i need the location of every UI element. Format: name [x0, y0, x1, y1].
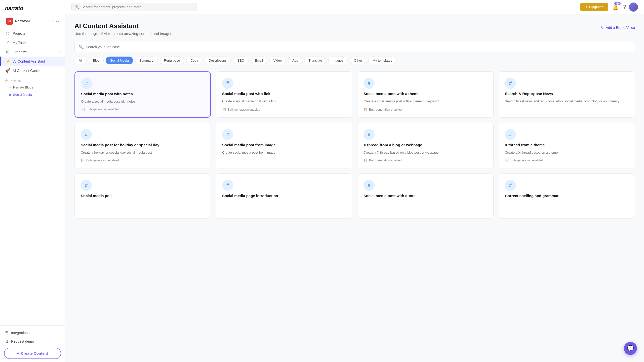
sidebar: narrato N NarratoM... ▾ ⚙ ⬡ Projects ✓ M…: [0, 0, 65, 362]
content-card-x-thread-blog[interactable]: # X thread from a blog or webpage Create…: [357, 123, 494, 168]
card-bulk: 📋 Bulk generation enabled: [81, 158, 205, 162]
chip-all[interactable]: All: [74, 57, 87, 64]
global-search-input[interactable]: [82, 5, 193, 9]
hash-icon: #: [85, 81, 88, 86]
use-case-search-input[interactable]: [86, 45, 631, 49]
brand-voice-link[interactable]: 🎙 Add a Brand Voice: [601, 26, 635, 30]
workspace-name: NarratoM...: [15, 19, 50, 23]
lightning-icon: ⚡: [6, 59, 11, 64]
sidebar-item-projects[interactable]: ⬡ Projects: [0, 29, 65, 38]
chip-my-templates[interactable]: My templates: [368, 57, 396, 64]
card-title: Correct spelling and grammar: [505, 193, 629, 198]
chip-other[interactable]: Other: [350, 57, 367, 64]
sidebar-bottom: ⛓ Integrations 🖥 Request demo + Create C…: [0, 325, 65, 362]
sidebar-item-social-media[interactable]: Social Media: [0, 91, 65, 98]
chip-video[interactable]: Video: [269, 57, 286, 64]
chip-ads[interactable]: Ads: [288, 57, 302, 64]
card-title: Social media poll: [81, 193, 205, 198]
sidebar-item-organize[interactable]: ⊞ Organize ›: [0, 47, 65, 57]
request-demo-link[interactable]: 🖥 Request demo: [4, 337, 61, 346]
page-header: AI Content Assistant Use the magic of AI…: [74, 22, 635, 36]
sidebar-item-label: Organize: [13, 50, 27, 54]
page-title: AI Content Assistant: [74, 22, 635, 30]
card-icon-wrap: #: [364, 180, 375, 191]
chip-images[interactable]: Images: [328, 57, 348, 64]
chip-summary[interactable]: Summary: [135, 57, 158, 64]
copy-icon: 📋: [364, 108, 368, 111]
chat-support-button[interactable]: 💬: [624, 342, 637, 355]
expand-arrow-icon: ›: [59, 51, 60, 54]
upgrade-label: Upgrade: [589, 5, 603, 9]
content-card-social-poll[interactable]: # Social media poll: [74, 173, 211, 219]
dot-icon: [9, 86, 11, 88]
card-title: Search & Repurpose News: [505, 91, 629, 96]
use-case-search-bar[interactable]: 🔍: [74, 42, 635, 52]
bulk-label: Bulk generation enabled: [86, 159, 119, 162]
create-content-button[interactable]: + Create Content: [4, 348, 61, 359]
clock-icon: ⏱: [5, 79, 8, 83]
integrations-link[interactable]: ⛓ Integrations: [4, 329, 61, 337]
upgrade-button[interactable]: ✦ Upgrade: [580, 3, 608, 11]
chip-email[interactable]: Email: [251, 57, 267, 64]
chip-copy[interactable]: Copy: [186, 57, 202, 64]
chip-blog[interactable]: Blog: [89, 57, 104, 64]
notifications-button[interactable]: 🔔 380: [611, 3, 620, 12]
sidebar-item-my-tasks[interactable]: ✓ My Tasks: [0, 38, 65, 47]
integrations-label: Integrations: [11, 331, 29, 335]
chip-repurpose[interactable]: Repurpose: [160, 57, 184, 64]
content-card-social-quote[interactable]: # Social media post with quote: [357, 173, 494, 219]
content-card-social-theme[interactable]: # Social media post with a theme Create …: [357, 71, 494, 118]
card-desc: Create a holiday or special day social m…: [81, 150, 205, 155]
avatar-image: [629, 3, 638, 12]
chip-seo[interactable]: SEO: [233, 57, 248, 64]
chip-translate[interactable]: Translate: [304, 57, 326, 64]
content-card-correct-spelling[interactable]: # Correct spelling and grammar: [499, 173, 635, 219]
content-card-social-notes[interactable]: # Social media post with notes Create a …: [74, 71, 211, 118]
bulk-label: Bulk generation enabled: [369, 108, 401, 111]
card-bulk: 📋 Bulk generation enabled: [81, 107, 204, 111]
bulk-label: Bulk generation enabled: [87, 108, 119, 111]
copy-icon: 📋: [364, 158, 368, 162]
chip-social-media[interactable]: Social Media: [106, 57, 133, 64]
content-card-social-link[interactable]: # Social media post with link Create a s…: [216, 71, 352, 118]
card-icon-wrap: #: [222, 78, 233, 89]
bulk-label: Bulk generation enabled: [369, 159, 401, 162]
monitor-icon: 🖥: [5, 339, 9, 343]
global-search-bar[interactable]: 🔍: [71, 3, 197, 11]
card-title: Social media post with quote: [364, 193, 487, 198]
user-avatar[interactable]: [629, 3, 638, 12]
notification-count: 380: [614, 2, 621, 5]
sidebar-item-ai-content-assistant[interactable]: ⚡ AI Content Assistant: [0, 57, 65, 66]
copy-icon: 📋: [81, 107, 85, 111]
gear-icon[interactable]: ⚙: [56, 19, 59, 23]
sidebar-item-label: Projects: [13, 31, 25, 35]
help-icon[interactable]: ?: [623, 4, 626, 10]
hash-icon: #: [509, 80, 512, 86]
card-desc: Create a social media post with notes: [81, 99, 204, 104]
card-bulk: 📋 Bulk generation enabled: [364, 108, 487, 111]
content-card-social-image[interactable]: # Social media post from image Create so…: [216, 123, 352, 168]
bulk-label: Bulk generation enabled: [510, 159, 543, 162]
copy-icon: 📋: [222, 108, 226, 111]
sidebar-item-narrato-blogs[interactable]: Narrato Blogs: [0, 84, 65, 91]
sidebar-item-ai-content-genie[interactable]: 🚀 AI Content Genie: [0, 66, 65, 75]
content-card-social-holiday[interactable]: # Social media post for holiday or speci…: [74, 123, 211, 168]
workspace-avatar: N: [6, 18, 13, 25]
hash-icon: #: [226, 183, 229, 188]
search-icon: 🔍: [75, 5, 79, 9]
content-card-social-page-intro[interactable]: # Social media page introduction: [216, 173, 352, 219]
recents-section: ⏱ Recents: [0, 75, 65, 84]
content-card-search-repurpose[interactable]: # Search & Repurpose News Search latest …: [499, 71, 635, 118]
card-icon-wrap: #: [364, 129, 375, 140]
card-icon-wrap: #: [81, 78, 92, 89]
workspace-switcher[interactable]: N NarratoM... ▾ ⚙: [2, 16, 63, 27]
content-card-x-thread-theme[interactable]: # X thread from a theme Create a X threa…: [499, 123, 635, 168]
card-desc: Search latest news and repurpose into a …: [505, 99, 629, 112]
chip-descriptions[interactable]: Descriptions: [205, 57, 231, 64]
content-cards-grid: # Social media post with notes Create a …: [74, 71, 635, 219]
integrations-icon: ⛓: [5, 331, 9, 335]
card-title: Social media post from image: [222, 143, 346, 148]
projects-icon: ⬡: [5, 31, 10, 36]
hash-icon: #: [368, 80, 370, 86]
chevron-down-icon: ▾: [52, 19, 54, 23]
